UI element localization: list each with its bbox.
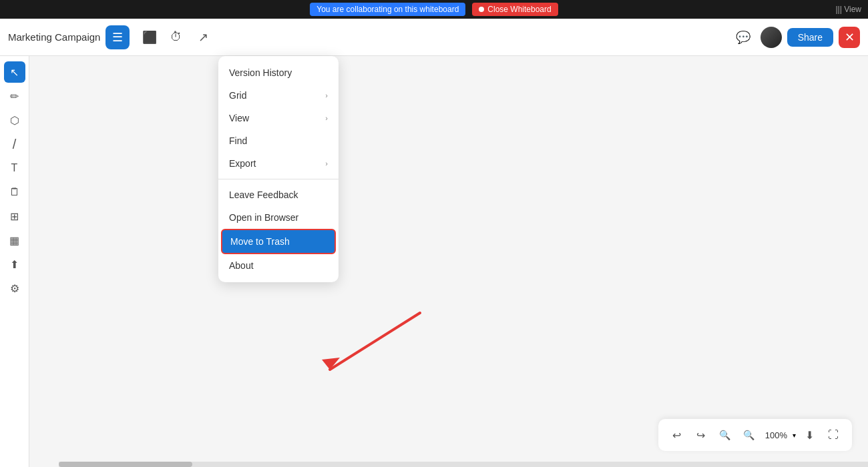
header-tools: ⬛ ⏱ ↗ [138, 25, 215, 49]
text-icon: T [11, 162, 18, 174]
horizontal-scrollbar[interactable] [59, 462, 868, 467]
present-icon: ⬛ [142, 30, 157, 45]
redo-icon: ↪ [696, 429, 705, 442]
leave-feedback-label: Leave Feedback [229, 189, 298, 200]
menu-item-grid[interactable]: Grid › [218, 84, 339, 107]
shape-tool-button[interactable]: ⬡ [4, 109, 25, 131]
view-icon: ||| [836, 5, 842, 14]
comment-button[interactable]: 💬 [731, 25, 755, 49]
menu-item-find[interactable]: Find [218, 129, 339, 152]
view-chevron-icon: › [325, 114, 328, 122]
fullscreen-icon: ⛶ [828, 429, 839, 441]
doc-title: Marketing Campaign [8, 31, 100, 43]
avatar [761, 27, 782, 48]
about-label: About [229, 260, 254, 271]
pencil-tool-button[interactable]: ✏ [4, 85, 25, 107]
notification-bar: You are collaborating on this whiteboard… [0, 0, 868, 19]
header-right: 💬 Share ✕ [731, 25, 860, 49]
undo-button[interactable]: ↩ [666, 424, 688, 446]
save-button[interactable]: ⬇ [799, 424, 820, 446]
menu-button[interactable]: ☰ [105, 25, 130, 49]
menu-item-about[interactable]: About [218, 254, 339, 277]
zoom-out-button[interactable]: 🔍 [714, 424, 736, 446]
text-tool-button[interactable]: T [4, 157, 25, 179]
upload-icon: ⬆ [10, 258, 19, 271]
collab-notification: You are collaborating on this whiteboard [310, 3, 465, 16]
menu-item-leave-feedback[interactable]: Leave Feedback [218, 183, 339, 206]
move-to-trash-label: Move to Trash [230, 236, 290, 247]
export-label: Export [229, 158, 256, 169]
version-history-label: Version History [229, 67, 292, 78]
select-icon: ↖ [10, 66, 19, 79]
share-button[interactable]: Share [787, 28, 833, 47]
timer-button[interactable]: ⏱ [164, 25, 188, 49]
menu-divider-1 [218, 179, 339, 179]
dot-icon [479, 7, 484, 12]
table-tool-button[interactable]: ▦ [4, 229, 25, 251]
select-tool-button[interactable]: ↖ [4, 61, 25, 83]
timer-icon: ⏱ [170, 30, 182, 44]
close-header-button[interactable]: ✕ [839, 27, 860, 48]
header: Marketing Campaign ☰ ⬛ ⏱ ↗ 💬 Share ✕ [0, 19, 868, 56]
zoom-in-button[interactable]: 🔍 [738, 424, 760, 446]
svg-marker-1 [322, 358, 340, 370]
zoom-out-icon: 🔍 [719, 430, 730, 440]
pencil-icon: ✏ [10, 90, 19, 103]
comment-icon: 💬 [736, 30, 750, 45]
line-tool-button[interactable]: / [4, 133, 25, 155]
close-whiteboard-button[interactable]: Close Whiteboard [472, 3, 558, 16]
canvas-area: Version History Grid › View › Find Expor… [29, 56, 868, 467]
grid-chevron-icon: › [325, 91, 328, 99]
upload-tool-button[interactable]: ⬆ [4, 254, 25, 275]
avatar-image [761, 27, 782, 48]
view-label-item: View [229, 113, 249, 123]
scrollbar-thumb[interactable] [59, 462, 192, 467]
menu-item-version-history[interactable]: Version History [218, 61, 339, 84]
redo-button[interactable]: ↪ [690, 424, 712, 446]
frame-icon: ⊞ [10, 210, 19, 223]
fullscreen-button[interactable]: ⛶ [823, 424, 844, 446]
cursor-button[interactable]: ↗ [191, 25, 215, 49]
plugin-icon: ⚙ [10, 282, 19, 295]
zoom-level[interactable]: 100% [763, 430, 790, 440]
zoom-dropdown-icon[interactable]: ▾ [793, 432, 796, 439]
grid-label: Grid [229, 90, 246, 101]
menu-item-view[interactable]: View › [218, 107, 339, 129]
menu-item-move-to-trash[interactable]: Move to Trash [221, 229, 336, 254]
close-icon: ✕ [845, 30, 855, 45]
table-icon: ▦ [9, 234, 19, 247]
svg-line-0 [330, 313, 420, 370]
main-area: ↖ ✏ ⬡ / T 🗒 ⊞ ▦ ⬆ ⚙ [0, 56, 868, 467]
close-whiteboard-label: Close Whiteboard [487, 5, 551, 14]
cursor-icon: ↗ [198, 30, 208, 45]
left-toolbar: ↖ ✏ ⬡ / T 🗒 ⊞ ▦ ⬆ ⚙ [0, 56, 29, 467]
line-icon: / [13, 137, 17, 152]
menu-item-export[interactable]: Export › [218, 152, 339, 175]
hamburger-icon: ☰ [112, 30, 123, 45]
export-chevron-icon: › [325, 159, 328, 167]
sticky-tool-button[interactable]: 🗒 [4, 181, 25, 203]
sticky-icon: 🗒 [9, 186, 20, 198]
zoom-in-icon: 🔍 [743, 430, 754, 440]
frame-tool-button[interactable]: ⊞ [4, 205, 25, 227]
view-label: ||| View [836, 5, 862, 14]
red-arrow-annotation [316, 310, 423, 386]
present-button[interactable]: ⬛ [138, 25, 162, 49]
undo-icon: ↩ [672, 429, 681, 442]
bottom-bar: ↩ ↪ 🔍 🔍 100% ▾ ⬇ ⛶ [658, 419, 852, 451]
plugin-tool-button[interactable]: ⚙ [4, 278, 25, 299]
save-icon: ⬇ [805, 429, 814, 442]
open-browser-label: Open in Browser [229, 212, 298, 223]
dropdown-menu: Version History Grid › View › Find Expor… [218, 56, 339, 282]
menu-item-open-browser[interactable]: Open in Browser [218, 206, 339, 229]
shape-icon: ⬡ [10, 114, 19, 127]
find-label: Find [229, 135, 247, 146]
